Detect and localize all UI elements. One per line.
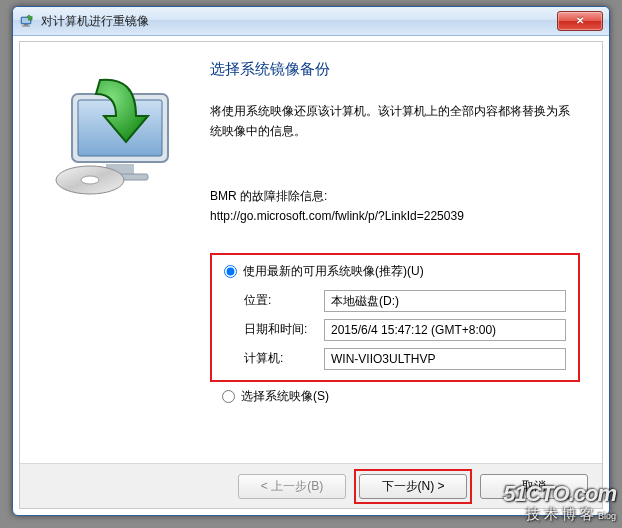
page-heading: 选择系统镜像备份 bbox=[210, 60, 580, 79]
window-title: 对计算机进行重镜像 bbox=[41, 13, 557, 30]
radio-select[interactable] bbox=[222, 390, 235, 403]
radio-select-row[interactable]: 选择系统映像(S) bbox=[222, 388, 580, 405]
computer-value: WIN-VIIO3ULTHVP bbox=[324, 348, 566, 370]
back-button[interactable]: < 上一步(B) bbox=[238, 474, 346, 499]
svg-point-9 bbox=[81, 176, 99, 184]
app-icon bbox=[19, 13, 35, 29]
datetime-label: 日期和时间: bbox=[244, 321, 324, 338]
cancel-button[interactable]: 取消 bbox=[480, 474, 588, 499]
location-label: 位置: bbox=[244, 292, 324, 309]
text-column: 选择系统镜像备份 将使用系统映像还原该计算机。该计算机上的全部内容都将替换为系统… bbox=[210, 58, 580, 464]
bmr-url: http://go.microsoft.com/fwlink/p/?LinkId… bbox=[210, 209, 464, 223]
close-icon: ✕ bbox=[576, 16, 584, 26]
dialog-window: 对计算机进行重镜像 ✕ bbox=[12, 6, 610, 516]
footer: < 上一步(B) 下一步(N) > 取消 bbox=[20, 463, 602, 508]
svg-rect-3 bbox=[22, 26, 30, 27]
titlebar[interactable]: 对计算机进行重镜像 ✕ bbox=[13, 7, 609, 36]
page-description: 将使用系统映像还原该计算机。该计算机上的全部内容都将替换为系统映像中的信息。 bbox=[210, 101, 580, 142]
close-button[interactable]: ✕ bbox=[557, 11, 603, 31]
datetime-value: 2015/6/4 15:47:12 (GMT+8:00) bbox=[324, 319, 566, 341]
radio-select-label: 选择系统映像(S) bbox=[241, 388, 329, 405]
computer-label: 计算机: bbox=[244, 350, 324, 367]
recommended-option-group: 使用最新的可用系统映像(推荐)(U) 位置: 本地磁盘(D:) 日期和时间: 2… bbox=[210, 253, 580, 382]
svg-rect-2 bbox=[24, 24, 28, 26]
radio-recommended[interactable] bbox=[224, 265, 237, 278]
next-button[interactable]: 下一步(N) > bbox=[359, 474, 467, 499]
system-image-icon bbox=[42, 66, 192, 216]
location-value: 本地磁盘(D:) bbox=[324, 290, 566, 312]
radio-recommended-label: 使用最新的可用系统映像(推荐)(U) bbox=[243, 263, 424, 280]
bmr-info: BMR 的故障排除信息: http://go.microsoft.com/fwl… bbox=[210, 186, 580, 227]
wizard-icon-column bbox=[42, 58, 192, 464]
client-area: 选择系统镜像备份 将使用系统映像还原该计算机。该计算机上的全部内容都将替换为系统… bbox=[19, 41, 603, 509]
content: 选择系统镜像备份 将使用系统映像还原该计算机。该计算机上的全部内容都将替换为系统… bbox=[20, 42, 602, 464]
radio-recommended-row[interactable]: 使用最新的可用系统映像(推荐)(U) bbox=[224, 263, 566, 280]
bmr-label: BMR 的故障排除信息: bbox=[210, 189, 327, 203]
next-button-highlight: 下一步(N) > bbox=[354, 469, 472, 504]
